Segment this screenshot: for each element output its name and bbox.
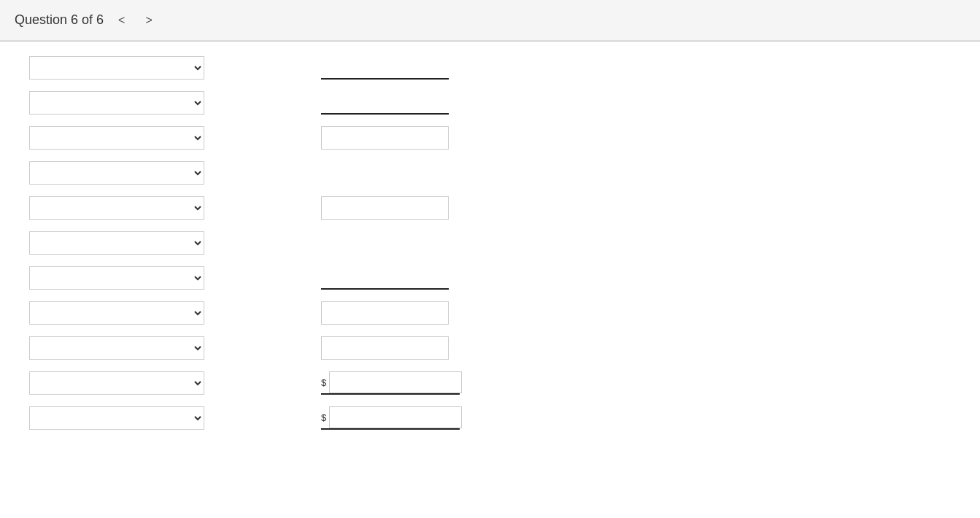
left-cell-7	[29, 266, 277, 290]
form-row-10: $	[29, 371, 951, 395]
dropdown-6[interactable]	[29, 231, 204, 255]
dropdown-9[interactable]	[29, 336, 204, 360]
text-input-9[interactable]	[321, 336, 449, 360]
header: Question 6 of 6 < >	[0, 0, 980, 41]
currency-wrapper-10: $	[321, 371, 460, 395]
left-cell-3	[29, 126, 277, 150]
left-cell-6	[29, 231, 277, 255]
text-input-2[interactable]	[321, 91, 449, 115]
right-cell-11: $	[277, 406, 951, 430]
dropdown-4[interactable]	[29, 161, 204, 185]
form-row-9	[29, 336, 951, 360]
dropdown-11[interactable]	[29, 406, 204, 430]
left-cell-10	[29, 371, 277, 395]
prev-button[interactable]: <	[112, 11, 131, 30]
form-row-8	[29, 301, 951, 325]
left-cell-1	[29, 56, 277, 80]
currency-input-10[interactable]	[329, 371, 462, 393]
dropdown-1[interactable]	[29, 56, 204, 80]
question-title: Question 6 of 6	[15, 12, 104, 28]
main-content: $ $	[0, 41, 980, 518]
text-input-1[interactable]	[321, 56, 449, 80]
left-cell-9	[29, 336, 277, 360]
dropdown-10[interactable]	[29, 371, 204, 395]
form-row-1	[29, 56, 951, 80]
dropdown-8[interactable]	[29, 301, 204, 325]
dropdown-2[interactable]	[29, 91, 204, 115]
right-cell-10: $	[277, 371, 951, 395]
currency-symbol-11: $	[321, 412, 329, 423]
dropdown-5[interactable]	[29, 196, 204, 220]
left-cell-5	[29, 196, 277, 220]
form-row-5	[29, 196, 951, 220]
left-cell-8	[29, 301, 277, 325]
right-cell-1	[277, 56, 951, 80]
right-cell-5	[277, 196, 951, 220]
right-cell-8	[277, 301, 951, 325]
currency-wrapper-11: $	[321, 406, 460, 430]
form-row-7	[29, 266, 951, 290]
form-row-6	[29, 231, 951, 255]
right-cell-3	[277, 126, 951, 150]
right-cell-7	[277, 266, 951, 290]
currency-symbol-10: $	[321, 377, 329, 388]
text-input-5[interactable]	[321, 196, 449, 220]
dropdown-7[interactable]	[29, 266, 204, 290]
left-cell-2	[29, 91, 277, 115]
right-cell-9	[277, 336, 951, 360]
text-input-8[interactable]	[321, 301, 449, 325]
currency-input-11[interactable]	[329, 406, 462, 428]
next-button[interactable]: >	[139, 11, 158, 30]
form-row-3	[29, 126, 951, 150]
left-cell-4	[29, 161, 277, 185]
left-cell-11	[29, 406, 277, 430]
right-cell-2	[277, 91, 951, 115]
form-row-4	[29, 161, 951, 185]
form-row-2	[29, 91, 951, 115]
dropdown-3[interactable]	[29, 126, 204, 150]
text-input-3[interactable]	[321, 126, 449, 150]
text-input-7[interactable]	[321, 266, 449, 290]
form-row-11: $	[29, 406, 951, 430]
